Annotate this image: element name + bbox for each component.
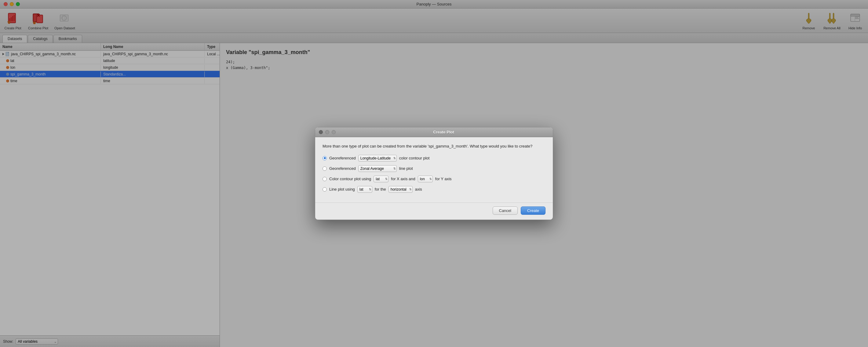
radio-label-3c: for Y axis bbox=[435, 177, 452, 181]
select-3a-wrap: lat lon time bbox=[374, 176, 389, 182]
radio-label-4c: axis bbox=[415, 187, 422, 191]
radio-option-1[interactable]: Georeferenced Longitude-Latitude Zonal A… bbox=[322, 155, 546, 162]
radio-option-3[interactable]: Color contour plot using lat lon time fo… bbox=[322, 176, 546, 182]
select-4a-wrap: lat lon time bbox=[357, 186, 372, 193]
select-projection-1[interactable]: Longitude-Latitude Zonal Average bbox=[358, 155, 397, 162]
radio-3[interactable] bbox=[322, 177, 327, 181]
radio-option-4[interactable]: Line plot using lat lon time for the hor… bbox=[322, 186, 546, 193]
select-4b-wrap: horizontal vertical bbox=[389, 186, 413, 193]
dialog-titlebar: Create Plot bbox=[315, 127, 553, 137]
select-yaxis[interactable]: lat lon time bbox=[418, 176, 433, 182]
radio-label-2b: line plot bbox=[399, 166, 413, 171]
radio-label-1b: color contour plot bbox=[399, 156, 430, 160]
select-xaxis[interactable]: lat lon time bbox=[374, 176, 389, 182]
modal-backdrop: Create Plot More than one type of plot c… bbox=[0, 0, 868, 347]
select-lineaxis[interactable]: lat lon time bbox=[357, 186, 372, 193]
radio-label-3b: for X axis and bbox=[391, 177, 415, 181]
select-2-wrap: Zonal Average Longitude-Latitude bbox=[358, 165, 397, 172]
select-orientation[interactable]: horizontal vertical bbox=[389, 186, 413, 193]
radio-2[interactable] bbox=[322, 166, 327, 171]
radio-label-2a: Georeferenced bbox=[329, 166, 356, 171]
dialog-maximize-button[interactable] bbox=[332, 130, 336, 134]
radio-4[interactable] bbox=[322, 187, 327, 191]
radio-label-1a: Georeferenced bbox=[329, 156, 356, 160]
select-1-wrap: Longitude-Latitude Zonal Average bbox=[358, 155, 397, 162]
create-button[interactable]: Create bbox=[521, 207, 546, 215]
dialog-title: Create Plot bbox=[338, 130, 549, 134]
radio-label-4a: Line plot using bbox=[329, 187, 355, 191]
dialog-close-button[interactable] bbox=[319, 130, 323, 134]
radio-label-3a: Color contour plot using bbox=[329, 177, 371, 181]
create-plot-dialog: Create Plot More than one type of plot c… bbox=[315, 127, 553, 220]
radio-label-4b: for the bbox=[375, 187, 386, 191]
select-projection-2[interactable]: Zonal Average Longitude-Latitude bbox=[358, 165, 397, 172]
dialog-minimize-button[interactable] bbox=[325, 130, 329, 134]
dialog-body: More than one type of plot can be create… bbox=[315, 137, 553, 202]
select-3b-wrap: lat lon time bbox=[418, 176, 433, 182]
radio-option-2[interactable]: Georeferenced Zonal Average Longitude-La… bbox=[322, 165, 546, 172]
dialog-message: More than one type of plot can be create… bbox=[322, 143, 546, 149]
radio-1[interactable] bbox=[322, 156, 327, 160]
cancel-button[interactable]: Cancel bbox=[493, 207, 518, 215]
dialog-footer: Cancel Create bbox=[315, 202, 553, 220]
